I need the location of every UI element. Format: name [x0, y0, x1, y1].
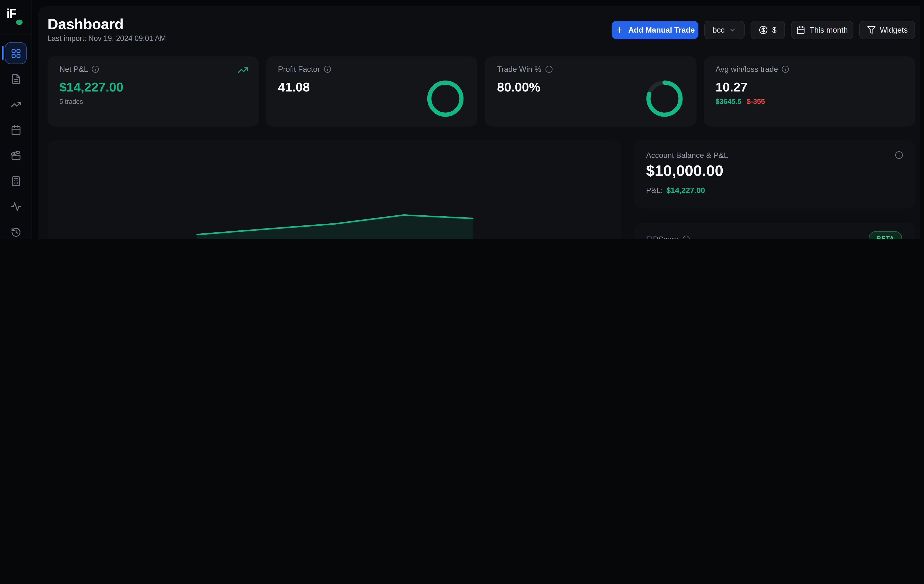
sidebar-item-trades[interactable] [5, 93, 27, 115]
pnl-label: P&L: [646, 186, 663, 195]
funnel-icon [866, 26, 876, 35]
kpi-value: 41.08 [278, 80, 310, 95]
kpi-value: $14,227.00 [59, 80, 123, 95]
plus-icon [615, 26, 624, 35]
file-text-icon [10, 73, 21, 84]
avg-loss-value: $-355 [747, 98, 765, 106]
sidebar-item-dashboard[interactable] [5, 42, 27, 64]
fipscore-title: FIPScore [646, 235, 678, 239]
widgets-button-label: Widgets [880, 26, 908, 35]
clapperboard-icon [10, 150, 21, 160]
sidebar-item-calendar[interactable] [5, 119, 27, 141]
kpi-label: Avg win/loss trade [716, 65, 789, 74]
info-icon [545, 65, 553, 73]
grid-icon [10, 48, 21, 59]
info-icon[interactable] [683, 235, 690, 239]
fipscore-title-row: FIPScore [646, 235, 690, 239]
kpi-value: 10.27 [716, 80, 747, 95]
page-title: Dashboard [48, 15, 123, 33]
kpi-sub: 5 trades [59, 98, 83, 105]
currency-toggle[interactable]: $ [751, 21, 785, 39]
active-nav-indicator [2, 46, 3, 60]
sidebar: iF [0, 0, 32, 239]
kpi-card-net-pnl: Net P&L$14,227.005 trades [48, 56, 259, 127]
last-import-text: Last import: Nov 19, 2024 09:01 AM [48, 35, 166, 43]
dollar-circle-icon [759, 26, 768, 35]
kpi-win-loss: $3645.5$-355 [716, 98, 765, 106]
add-manual-trade-button[interactable]: Add Manual Trade [612, 21, 698, 39]
date-range-button-label: This month [810, 26, 848, 35]
app-window: iF Dashboard Last import: Nov 19, 2024 0… [0, 0, 924, 239]
kpi-card-trade-win: Trade Win %80.00% [485, 56, 696, 127]
info-icon[interactable] [895, 151, 903, 159]
add-manual-trade-button-label: Add Manual Trade [628, 26, 695, 35]
date-range-button[interactable]: This month [791, 21, 853, 39]
account-title-row: Account Balance & P&L [646, 151, 728, 160]
kpi-card-profit-factor: Profit Factor41.08 [266, 56, 477, 127]
chevron-down-icon [729, 26, 736, 34]
info-icon[interactable] [323, 65, 331, 73]
kpi-label: Profit Factor [278, 65, 331, 74]
trending-up-icon [238, 65, 248, 75]
sidebar-item-activity[interactable] [5, 195, 27, 217]
fipscore-panel: FIPScore BETA [634, 223, 915, 239]
account-title: Account Balance & P&L [646, 151, 728, 160]
activity-icon [10, 201, 21, 212]
beta-badge: BETA [869, 231, 902, 239]
cumulative-pnl-chart [191, 208, 613, 239]
currency-toggle-label: $ [772, 26, 777, 35]
kpi-card-avg-win-loss: Avg win/loss trade10.27$3645.5$-355 [704, 56, 915, 127]
account-balance-value: $10,000.00 [646, 162, 723, 180]
trending-up-icon [10, 99, 21, 110]
donut-chart [426, 79, 464, 117]
history-icon [10, 227, 21, 237]
sidebar-item-playbook[interactable] [5, 144, 27, 166]
info-icon[interactable] [92, 65, 99, 73]
kpi-value: 80.00% [497, 80, 540, 95]
widgets-button[interactable]: Widgets [859, 21, 915, 39]
info-icon [895, 151, 903, 159]
sidebar-item-calculator[interactable] [5, 170, 27, 192]
trending-up-icon [238, 65, 248, 78]
info-icon[interactable] [782, 65, 789, 73]
donut-chart [645, 79, 683, 117]
daily-pnl-panel: Daily Net Cumulative P&L ProfitLoss Star… [48, 140, 621, 239]
sidebar-item-journal[interactable] [5, 68, 27, 89]
info-icon [782, 65, 789, 73]
account-select[interactable]: bcc [705, 21, 745, 39]
kpi-label: Net P&L [59, 65, 99, 74]
account-pnl-row: P&L: $14,227.00 [646, 186, 705, 195]
calendar-icon [10, 124, 21, 135]
account-select-label: bcc [713, 26, 724, 35]
info-icon [92, 65, 99, 73]
status-dot [16, 20, 23, 25]
calendar-icon [797, 26, 805, 35]
avg-win-value: $3645.5 [716, 98, 741, 106]
info-icon [683, 235, 690, 239]
divider [0, 34, 31, 34]
calculator-icon [10, 175, 21, 186]
pnl-value: $14,227.00 [667, 186, 705, 195]
info-icon[interactable] [545, 65, 553, 73]
info-icon [323, 65, 331, 73]
sidebar-item-history[interactable] [5, 221, 27, 239]
kpi-label: Trade Win % [497, 65, 553, 74]
